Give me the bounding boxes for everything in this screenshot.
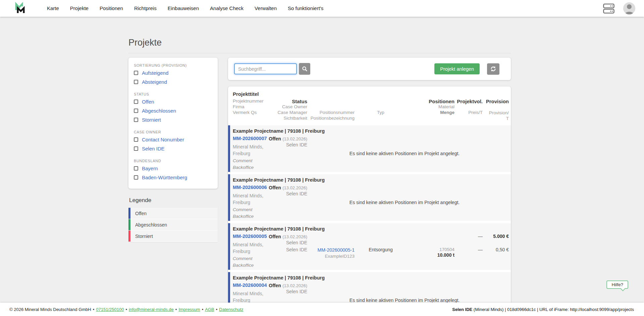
project-title: Example Projectname | 79108 | Freiburg (228, 226, 454, 234)
col-preis-t: Preis/T (468, 110, 483, 116)
project-title: Example Projectname | 79108 | Freiburg (228, 275, 454, 282)
col-provision-t: Provision/T (488, 110, 511, 121)
checkbox-offen[interactable] (134, 100, 138, 104)
status-date: (13.02.2026) (282, 234, 307, 239)
project-number-link[interactable]: MM-202600006 (228, 185, 275, 192)
col-positionsbezeichnung: Positionsbezeichnung (311, 116, 355, 121)
checkbox-contact-nonumber[interactable] (134, 137, 138, 142)
refresh-button[interactable] (487, 63, 499, 75)
position-number-block: MM-202600005-1 ExampleID123 (317, 247, 355, 262)
project-company: Mineral Minds,Freiburg (228, 192, 275, 206)
status-date: (13.02.2026) (282, 185, 307, 190)
project-number-link[interactable]: MM-202600007 (228, 136, 275, 143)
project-number-link[interactable]: MM-202600004 (228, 282, 275, 290)
col-projektvol: Projektvol. (457, 99, 483, 104)
footer-impressum-link[interactable]: Impressum (178, 307, 200, 312)
col-positionen: Positionen (429, 99, 454, 104)
filter-option-abgeschlossen[interactable]: Abgeschlossen (134, 106, 212, 115)
col-material: Material (438, 104, 454, 110)
filter-option-absteigend[interactable]: Absteigend (134, 77, 212, 86)
filter-label: Storniert (142, 117, 161, 123)
position-number-link[interactable]: MM-202600005-1 (317, 247, 355, 253)
table-row: Example Projectname | 79108 | Freiburg M… (228, 223, 511, 270)
checkbox-aufsteigend[interactable] (134, 71, 138, 75)
legend-label: Offen (135, 211, 147, 216)
filter-section-heading: CASE OWNER (134, 130, 212, 134)
filter-label: Contact Nonumber (142, 137, 184, 142)
search-toolbar: Projekt anlegen (228, 58, 511, 80)
nav-item-karte[interactable]: Karte (42, 0, 64, 17)
help-button[interactable]: Hilfe? (606, 280, 628, 289)
create-project-button[interactable]: Projekt anlegen (434, 63, 480, 74)
copyright-text: © 2026 Mineral Minds Deutschland GmbH (9, 307, 91, 312)
project-company: Mineral Minds,Freiburg (228, 143, 275, 157)
legend-item-offen: Offen (128, 208, 218, 219)
col-menge: Menge (440, 110, 454, 116)
footer: © 2026 Mineral Minds Deutschland GmbH • … (0, 303, 644, 316)
filter-option-aufsteigend[interactable]: Aufsteigend (134, 68, 212, 77)
project-title: Example Projectname | 79108 | Freiburg (228, 128, 454, 136)
col-projekttitel: Projekttitel (228, 91, 355, 99)
magnifier-icon (302, 66, 308, 72)
search-input[interactable] (234, 63, 297, 74)
filter-option-selen-ide[interactable]: Selen IDE (134, 144, 212, 153)
checkbox-abgeschlossen[interactable] (134, 109, 138, 113)
filter-section-heading: BUNDESLAND (134, 159, 212, 163)
position-type: Entsorgung (369, 247, 393, 255)
filter-option-storniert[interactable]: Storniert (134, 115, 212, 124)
search-button[interactable] (299, 63, 310, 75)
position-material-block: 170504 10.000 t (437, 247, 454, 262)
filter-section-heading: STATUS (134, 92, 212, 96)
session-details: (Mineral Minds) | 018d0966dc1c | URL of … (472, 307, 634, 312)
col-firma: Firma (228, 104, 275, 110)
status-date: (13.02.2026) (282, 136, 307, 141)
footer-phone-link[interactable]: 07151/250100 (96, 307, 124, 312)
page-title: Projekte (128, 38, 511, 53)
nav-item-richtpreis[interactable]: Richtpreis (129, 0, 161, 17)
checkbox-absteigend[interactable] (134, 80, 138, 84)
avatar-icon[interactable] (623, 2, 635, 14)
nav-item-einbauweisen[interactable]: Einbauweisen (163, 0, 204, 17)
filter-label: Offen (142, 99, 154, 105)
session-info: Selen IDE (Mineral Minds) | 018d0966dc1c… (452, 307, 634, 312)
project-company: Mineral Minds,Freiburg (228, 241, 275, 255)
server-icon[interactable] (603, 3, 614, 14)
legend-item-storniert: Storniert (128, 231, 218, 242)
footer-agb-link[interactable]: AGB (205, 307, 214, 312)
nav-item-projekte[interactable]: Projekte (65, 0, 93, 17)
filter-sidebar: SORTIERUNG (PROVISION) Aufsteigend Abste… (128, 58, 218, 242)
checkbox-selen-ide[interactable] (134, 146, 138, 151)
help-label: Hilfe? (611, 282, 623, 287)
checkbox-storniert[interactable] (134, 118, 138, 122)
no-positions-message: Es sind keine aktiven Positionen im Proj… (350, 298, 460, 303)
nav-item-positionen[interactable]: Positionen (95, 0, 128, 17)
filter-option-contact-nonumber[interactable]: Contact Nonumber (134, 135, 212, 144)
col-case-owner: Case Owner (282, 104, 307, 110)
nav-item-verwalten[interactable]: Verwalten (250, 0, 281, 17)
footer-datenschutz-link[interactable]: Datenschutz (219, 307, 243, 312)
separator-dot: • (175, 307, 177, 312)
footer-email-link[interactable]: info@mineral-minds.de (129, 307, 174, 312)
project-comment: CommentBackoffice (228, 255, 275, 269)
refresh-icon (490, 66, 496, 72)
position-external-id: ExampleID123 (317, 253, 355, 259)
position-material: 170504 (437, 247, 454, 252)
project-number-link[interactable]: MM-202600005 (228, 234, 275, 241)
filter-option-baden-wuerttemberg[interactable]: Baden-Württemberg (134, 173, 212, 182)
filter-label: Absteigend (142, 79, 167, 85)
separator-dot: • (93, 307, 95, 312)
checkbox-bayern[interactable] (134, 166, 138, 171)
checkbox-baden-wuerttemberg[interactable] (134, 175, 138, 180)
filter-option-offen[interactable]: Offen (134, 97, 212, 106)
nav-item-analyse-check[interactable]: Analyse Check (205, 0, 248, 17)
filter-label: Aufsteigend (142, 70, 168, 76)
session-user: Selen IDE (452, 307, 472, 312)
nav-item-so-funktionierts[interactable]: So funktioniert's (283, 0, 328, 17)
main-area: Projekte SORTIERUNG (PROVISION) Aufsteig… (0, 17, 644, 303)
table-row: Example Projectname | 79108 | Freiburg M… (228, 125, 511, 172)
status-color-bar (228, 125, 230, 172)
filter-option-bayern[interactable]: Bayern (134, 164, 212, 173)
no-positions-message: Es sind keine aktiven Positionen im Proj… (350, 151, 460, 156)
filter-label: Baden-Württemberg (142, 175, 187, 180)
project-comment: CommentBackoffice (228, 157, 275, 171)
